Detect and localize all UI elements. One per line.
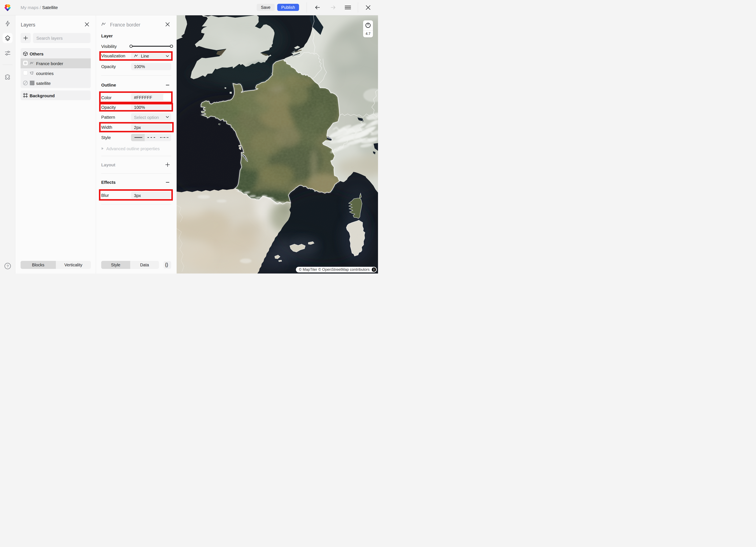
svg-text:?: ? bbox=[7, 264, 9, 268]
